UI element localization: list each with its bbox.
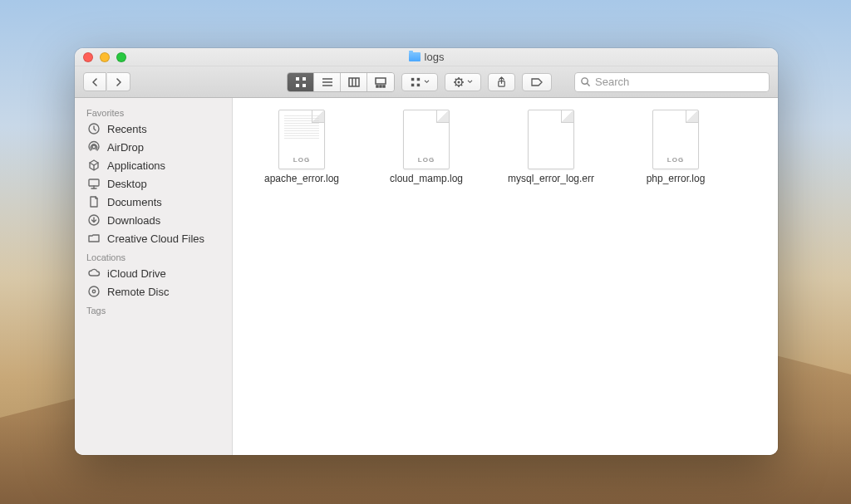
svg-line-30 [587, 83, 589, 86]
svg-line-27 [461, 78, 462, 79]
svg-rect-16 [411, 83, 414, 86]
sidebar-item-label: Downloads [107, 214, 160, 227]
svg-point-19 [458, 81, 460, 83]
apps-icon [86, 159, 101, 172]
file-name: php_error.log [647, 173, 706, 185]
svg-rect-12 [380, 86, 381, 87]
window-body: FavoritesRecentsAirDropApplicationsDeskt… [75, 98, 778, 455]
cloud-icon [86, 267, 101, 280]
icon-view-button[interactable] [288, 73, 314, 91]
sidebar-item-label: Desktop [107, 178, 147, 190]
sidebar-item-applications[interactable]: Applications [75, 156, 232, 174]
svg-rect-2 [296, 84, 299, 87]
svg-rect-0 [296, 77, 299, 81]
column-view-button[interactable] [341, 73, 367, 91]
sidebar-item-icloud-drive[interactable]: iCloud Drive [75, 264, 232, 282]
arrange-button[interactable] [401, 73, 438, 91]
svg-point-37 [89, 286, 99, 296]
airdrop-icon [86, 140, 101, 154]
svg-rect-3 [303, 84, 306, 87]
title-text: logs [425, 51, 445, 63]
clock-icon [86, 122, 101, 135]
sidebar-item-recents[interactable]: Recents [75, 120, 232, 138]
svg-line-24 [455, 78, 456, 79]
sidebar-group-label: Tags [75, 301, 232, 317]
svg-rect-1 [303, 77, 306, 81]
sidebar-group-label: Favorites [75, 103, 232, 120]
svg-rect-14 [411, 77, 414, 80]
sidebar-item-desktop[interactable]: Desktop [75, 174, 232, 193]
file-icon: LOG [652, 110, 699, 169]
search-box[interactable] [574, 72, 770, 92]
search-icon [580, 76, 591, 87]
sidebar-item-label: Applications [107, 159, 165, 172]
svg-point-32 [92, 145, 96, 149]
sidebar-item-remote-disc[interactable]: Remote Disc [75, 282, 232, 301]
document-icon [86, 195, 101, 208]
svg-point-38 [92, 290, 95, 292]
window-title: logs [409, 51, 445, 63]
file-ext-label: LOG [667, 156, 684, 164]
file-name: apache_error.log [264, 173, 339, 185]
file-icon: LOG [403, 110, 450, 169]
svg-rect-15 [417, 77, 420, 80]
close-window-button[interactable] [83, 52, 93, 62]
sidebar-item-documents[interactable]: Documents [75, 193, 232, 211]
sidebar-item-label: iCloud Drive [107, 267, 166, 280]
sidebar-item-label: Remote Disc [107, 286, 169, 298]
file-item[interactable]: LOGcloud_mamp.log [372, 110, 480, 185]
svg-rect-11 [376, 86, 378, 87]
svg-line-26 [455, 84, 456, 85]
sidebar: FavoritesRecentsAirDropApplicationsDeskt… [75, 98, 233, 455]
disc-icon [86, 285, 101, 298]
forward-button[interactable] [107, 72, 130, 91]
sidebar-item-creative-cloud-files[interactable]: Creative Cloud Files [75, 229, 232, 247]
file-item[interactable]: LOGphp_error.log [622, 110, 730, 185]
minimize-window-button[interactable] [100, 52, 110, 62]
tags-button[interactable] [522, 73, 552, 91]
file-name: mysql_error_log.err [508, 173, 594, 185]
titlebar: logs [75, 48, 778, 66]
sidebar-group-label: Locations [75, 247, 232, 264]
sidebar-item-label: AirDrop [107, 141, 144, 154]
file-item[interactable]: LOGapache_error.log [248, 110, 356, 185]
svg-rect-7 [349, 78, 359, 86]
finder-window: logs [75, 48, 778, 455]
sidebar-item-label: Creative Cloud Files [107, 232, 204, 245]
list-view-button[interactable] [314, 73, 341, 91]
action-button[interactable] [445, 73, 481, 91]
sidebar-item-label: Recents [107, 123, 147, 135]
svg-rect-17 [417, 83, 420, 86]
svg-rect-10 [376, 78, 386, 84]
file-icon: LOG [278, 110, 325, 169]
download-icon [86, 213, 101, 227]
gallery-view-button[interactable] [367, 73, 394, 91]
nav-buttons [83, 72, 130, 91]
file-item[interactable]: mysql_error_log.err [497, 110, 605, 185]
toolbar [75, 66, 778, 98]
file-ext-label: LOG [293, 156, 310, 164]
search-input[interactable] [595, 76, 764, 88]
svg-rect-13 [383, 86, 385, 87]
file-name: cloud_mamp.log [390, 173, 463, 185]
file-icon [528, 110, 574, 169]
zoom-window-button[interactable] [116, 52, 126, 62]
svg-line-25 [461, 84, 462, 85]
folder-icon [409, 52, 421, 61]
file-ext-label: LOG [418, 156, 435, 164]
share-button[interactable] [488, 73, 515, 91]
sidebar-item-label: Documents [107, 196, 162, 208]
sidebar-item-airdrop[interactable]: AirDrop [75, 138, 232, 156]
window-controls [83, 52, 126, 62]
sidebar-item-downloads[interactable]: Downloads [75, 211, 232, 229]
svg-rect-33 [89, 179, 99, 186]
desktop-icon [86, 177, 101, 190]
folder-icon [86, 232, 101, 245]
file-grid[interactable]: LOGapache_error.logLOGcloud_mamp.logmysq… [233, 98, 778, 455]
back-button[interactable] [83, 72, 106, 91]
view-mode-group [287, 72, 395, 92]
